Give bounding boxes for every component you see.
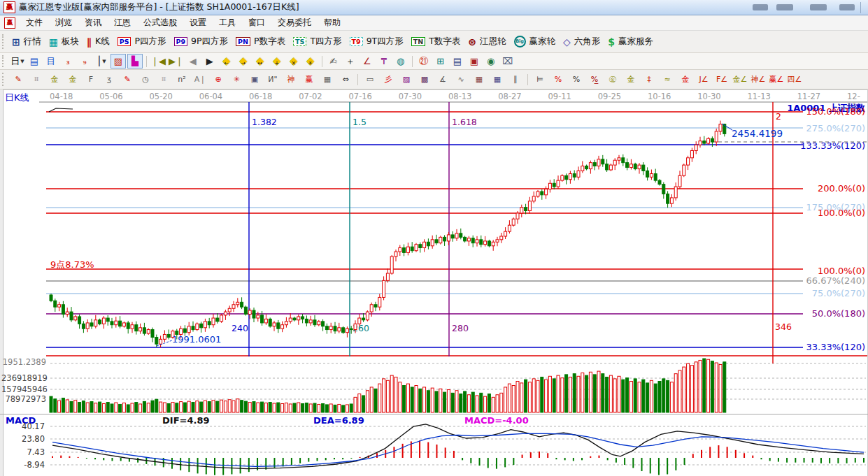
wave3-icon[interactable]: ₃ xyxy=(60,54,76,68)
ray-star-icon[interactable]: ✳ xyxy=(228,71,245,87)
si-angle-icon[interactable]: 四∠ xyxy=(786,71,803,87)
percent-red-icon[interactable]: % xyxy=(550,71,567,87)
histogram-icon[interactable]: ▙ xyxy=(127,54,143,68)
wave-gold-icon[interactable]: ≈ xyxy=(659,71,676,87)
angle-draw-icon[interactable]: ∠ xyxy=(360,54,375,68)
menu-item-7[interactable]: 工具 xyxy=(213,15,242,30)
gold-ruler-b-icon[interactable]: 金 xyxy=(64,71,81,87)
cross-expand-icon[interactable]: ◆+ xyxy=(269,54,285,68)
window-control-4[interactable] xyxy=(839,4,855,10)
winner-wheel-button[interactable]: Big赢家轮 xyxy=(511,34,561,49)
spiral-icon[interactable]: ʒ xyxy=(101,71,118,87)
gold-ruler-a-icon[interactable]: 金 xyxy=(46,71,63,87)
gold-angle-icon[interactable]: 金∠ xyxy=(732,71,748,87)
prev-icon[interactable]: ◀ xyxy=(185,54,201,68)
document-icon[interactable]: 目 xyxy=(43,54,59,68)
period-day-dropdown[interactable]: 日▼ xyxy=(10,54,25,68)
shen-ruler-icon[interactable]: 神 xyxy=(283,71,299,87)
menu-item-1[interactable]: 文件 xyxy=(20,15,49,30)
window-control-1[interactable] xyxy=(753,4,768,10)
expand-all-icon[interactable]: ◆✳ xyxy=(303,54,318,68)
grid-b-icon[interactable]: ▦ xyxy=(489,71,506,87)
menu-item-8[interactable]: 窗口 xyxy=(242,15,271,30)
box-target-icon[interactable]: ▣ xyxy=(246,71,263,87)
comb-ruler-icon[interactable]: ⌗ xyxy=(28,71,45,87)
brain-icon[interactable]: ◍ xyxy=(393,54,408,68)
scale-icon[interactable]: ⊨ xyxy=(532,71,548,87)
crosshair-icon[interactable]: ＋ xyxy=(343,54,358,68)
gann-box-icon[interactable]: ▩ xyxy=(416,71,433,87)
pattern-stamp-icon[interactable]: ▨ xyxy=(111,54,126,68)
winner-service-button[interactable]: $赢家服务 xyxy=(605,34,658,49)
percent-line-icon[interactable]: %̲ xyxy=(586,71,603,87)
p-square-button[interactable]: PSP四方形 xyxy=(115,34,171,49)
shift-right-icon[interactable]: ◆→ xyxy=(236,54,251,68)
t-square-button[interactable]: TST四方形 xyxy=(290,34,346,49)
compress-icon[interactable]: ◆× xyxy=(286,54,301,68)
t-number-table-button[interactable]: TNT数字表 xyxy=(408,34,466,49)
quotes-button[interactable]: ⊞行情 xyxy=(9,34,46,49)
computer-icon[interactable]: ⌧ xyxy=(500,54,515,68)
angle-lines-icon[interactable]: ∡ xyxy=(434,71,451,87)
9p-square-button[interactable]: P99P四方形 xyxy=(171,34,234,49)
ying-angle-icon[interactable]: 赢∠ xyxy=(768,71,785,87)
f-angle-icon[interactable]: F∠ xyxy=(713,71,730,87)
wave9-icon[interactable]: ₉ xyxy=(77,54,92,68)
sort-brush-icon[interactable]: ‡ xyxy=(641,71,657,87)
stamp-icon[interactable]: ▤ xyxy=(27,54,42,68)
f-ruler-icon[interactable]: F xyxy=(83,71,99,87)
grid-123-icon[interactable]: ▦ xyxy=(319,71,336,87)
calculator-icon[interactable]: ⊞ xyxy=(433,54,448,68)
shen-angle-icon[interactable]: 神∠ xyxy=(750,71,767,87)
menu-item-4[interactable]: 江恩 xyxy=(108,15,137,30)
candle-style-dropdown[interactable]: ⎮▼ xyxy=(94,54,109,68)
kline-button[interactable]: ∥K线 xyxy=(84,34,115,49)
zigzag-icon[interactable]: ∿ xyxy=(453,71,469,87)
calendar-21-icon[interactable]: ㉑ xyxy=(416,54,432,68)
ying-ruler-icon[interactable]: 赢 xyxy=(301,71,318,87)
sectors-button[interactable]: ▦板块 xyxy=(46,34,84,49)
clock-icon[interactable]: ◷ xyxy=(137,71,154,87)
menu-item-9[interactable]: 交易委托 xyxy=(271,15,318,30)
menu-item-6[interactable]: 设置 xyxy=(183,15,213,30)
notebook-icon[interactable]: ▤ xyxy=(450,54,465,68)
n2-icon[interactable]: n² xyxy=(173,71,190,87)
target-circle-icon[interactable]: ⊕ xyxy=(210,71,227,87)
gold-circle-icon[interactable]: ㊎ xyxy=(604,71,621,87)
width-arrows-icon[interactable]: ⇔ xyxy=(337,71,354,87)
ruler2-icon[interactable]: ⌗ xyxy=(155,71,172,87)
a-mirror-icon[interactable]: A❘ xyxy=(192,71,208,87)
percent-icon[interactable]: % xyxy=(568,71,585,87)
window-control-3[interactable] xyxy=(810,4,827,10)
gold-lines-icon[interactable]: 金 xyxy=(622,71,639,87)
j-angle-icon[interactable]: J∠ xyxy=(695,71,712,87)
last-page-icon[interactable]: ▶❘ xyxy=(168,54,184,68)
brush-flag-icon[interactable]: ✎ xyxy=(10,71,27,87)
parallel-lines-icon[interactable]: ∥ xyxy=(507,71,524,87)
menu-item-3[interactable]: 资讯 xyxy=(78,15,108,30)
9t-square-button[interactable]: T99T四方形 xyxy=(347,34,408,49)
gold-under-icon[interactable]: 金 xyxy=(677,71,694,87)
menu-item-10[interactable]: 帮助 xyxy=(318,15,347,30)
window-control-2[interactable] xyxy=(776,4,793,10)
gann-wheel-button[interactable]: ⊛江恩轮 xyxy=(465,34,511,49)
net-disk-icon[interactable]: ◉ xyxy=(483,54,499,68)
price-chart-canvas[interactable] xyxy=(0,89,868,476)
gann-tree-icon[interactable]: ₸ xyxy=(376,54,392,68)
expand-h-icon[interactable]: ◆↔ xyxy=(252,54,268,68)
shift-left-icon[interactable]: ◆← xyxy=(219,54,234,68)
pointer-icon[interactable]: ✍ xyxy=(326,54,341,68)
box-tool-icon[interactable]: ▭ xyxy=(362,71,378,87)
save-icon[interactable]: ▣ xyxy=(467,54,482,68)
p-number-table-button[interactable]: PNP数字表 xyxy=(233,34,290,49)
menu-item-2[interactable]: 浏览 xyxy=(49,15,78,30)
first-page-icon[interactable]: ❘◀ xyxy=(150,54,166,68)
gann-fan-icon[interactable]: 彡 xyxy=(380,71,397,87)
hexagon-button[interactable]: ◇六角形 xyxy=(560,34,605,49)
grid-a-icon[interactable]: ▦ xyxy=(471,71,488,87)
next-icon[interactable]: ▶ xyxy=(202,54,218,68)
red-brush-icon[interactable]: ✎ xyxy=(119,71,136,87)
menu-item-5[interactable]: 公式选股 xyxy=(137,15,183,30)
gann-fan-box-icon[interactable]: ▨ xyxy=(398,71,415,87)
k-quote-icon[interactable]: И" xyxy=(264,71,281,87)
